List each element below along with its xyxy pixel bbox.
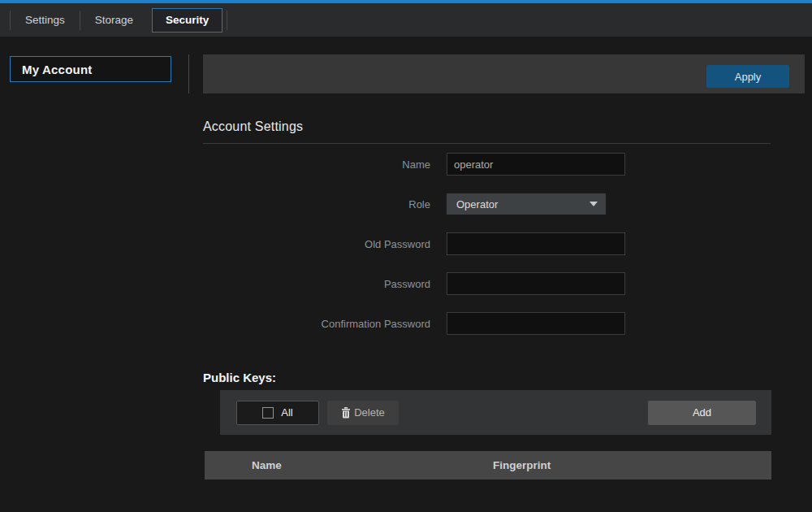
trash-icon bbox=[341, 407, 351, 419]
column-header-fingerprint: Fingerprint bbox=[448, 459, 551, 471]
tab-divider bbox=[227, 11, 227, 30]
confirmation-password-input[interactable] bbox=[447, 312, 625, 335]
role-selected-value: Operator bbox=[456, 198, 498, 210]
role-label: Role bbox=[203, 198, 430, 210]
action-bar: Apply bbox=[203, 54, 805, 93]
name-label: Name bbox=[203, 158, 430, 171]
form-row-old-password: Old Password bbox=[203, 232, 805, 255]
select-all-checkbox[interactable] bbox=[262, 407, 274, 419]
tab-storage[interactable]: Storage bbox=[80, 3, 148, 37]
tab-bar: Settings Storage Security bbox=[0, 3, 812, 37]
form-row-name: Name bbox=[203, 153, 805, 176]
name-input[interactable] bbox=[447, 153, 625, 176]
select-all-button[interactable]: All bbox=[236, 401, 319, 425]
public-keys-title: Public Keys: bbox=[203, 371, 805, 384]
tab-settings[interactable]: Settings bbox=[11, 3, 80, 37]
chevron-down-icon bbox=[590, 202, 598, 206]
old-password-input[interactable] bbox=[447, 232, 625, 255]
form-row-confirmation-password: Confirmation Password bbox=[203, 312, 805, 335]
section-divider bbox=[203, 143, 771, 144]
column-header-name: Name bbox=[205, 459, 448, 471]
form-row-password: Password bbox=[203, 272, 805, 295]
tab-security[interactable]: Security bbox=[152, 8, 222, 33]
page-title: Account Settings bbox=[203, 119, 805, 134]
apply-button[interactable]: Apply bbox=[706, 65, 789, 88]
add-button[interactable]: Add bbox=[648, 401, 756, 425]
old-password-label: Old Password bbox=[203, 238, 430, 250]
sidebar: My Account bbox=[0, 37, 195, 82]
delete-label: Delete bbox=[354, 406, 385, 419]
password-label: Password bbox=[203, 278, 430, 290]
role-select[interactable]: Operator bbox=[447, 193, 606, 215]
security-page: Settings Storage Security My Account App… bbox=[0, 0, 812, 512]
public-keys-toolbar: All Delete Add bbox=[220, 390, 771, 435]
sidebar-content-divider bbox=[188, 54, 189, 93]
delete-button[interactable]: Delete bbox=[327, 401, 399, 425]
confirmation-password-label: Confirmation Password bbox=[203, 318, 430, 330]
sidebar-item-my-account[interactable]: My Account bbox=[10, 56, 171, 82]
account-settings-form: Name Role Operator Old Password Password… bbox=[203, 153, 805, 335]
select-all-label: All bbox=[281, 406, 292, 419]
password-input[interactable] bbox=[447, 272, 625, 295]
form-row-role: Role Operator bbox=[203, 193, 805, 215]
main-content: Apply Account Settings Name Role Operato… bbox=[203, 37, 805, 479]
public-keys-table-header: Name Fingerprint bbox=[205, 451, 771, 479]
